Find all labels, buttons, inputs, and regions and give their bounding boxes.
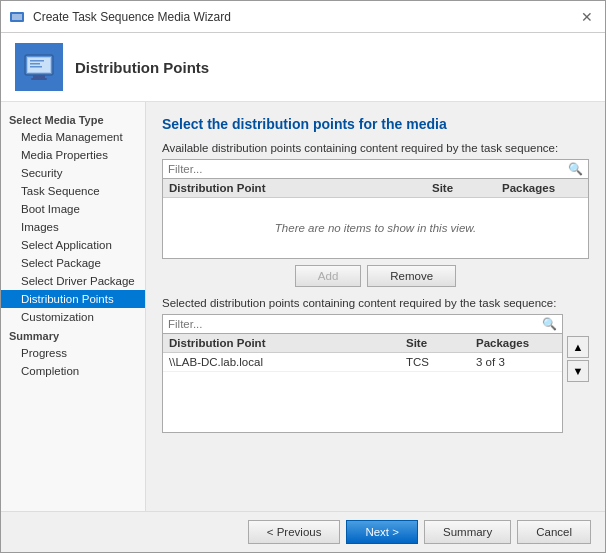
computer-icon [21, 49, 57, 85]
lower-filter-input[interactable] [168, 318, 542, 330]
upper-th-dp: Distribution Point [169, 182, 432, 194]
upper-filter-input[interactable] [168, 163, 568, 175]
summary-button[interactable]: Summary [424, 520, 511, 544]
lower-table-empty-space [163, 372, 562, 432]
sidebar: Select Media Type Media Management Media… [1, 102, 146, 511]
lower-section: 🔍 Distribution Point Site Packages \\LAB… [162, 314, 589, 439]
lower-th-site: Site [406, 337, 476, 349]
sidebar-item-media-management[interactable]: Media Management [1, 128, 145, 146]
previous-button[interactable]: < Previous [248, 520, 341, 544]
footer-bar: < Previous Next > Summary Cancel [1, 511, 605, 552]
move-up-button[interactable]: ▲ [567, 336, 589, 358]
title-bar-left: Create Task Sequence Media Wizard [9, 9, 231, 25]
header-title: Distribution Points [75, 59, 209, 76]
svg-rect-7 [30, 60, 44, 62]
svg-rect-4 [33, 75, 45, 78]
title-bar: Create Task Sequence Media Wizard ✕ [1, 1, 605, 33]
table-row[interactable]: \\LAB-DC.lab.local TCS 3 of 3 [163, 353, 562, 372]
add-button[interactable]: Add [295, 265, 361, 287]
move-down-button[interactable]: ▼ [567, 360, 589, 382]
upper-empty-message: There are no items to show in this view. [275, 222, 476, 234]
sidebar-item-distribution-points[interactable]: Distribution Points [1, 290, 145, 308]
upper-table-header: Distribution Point Site Packages [163, 179, 588, 198]
sidebar-item-progress[interactable]: Progress [1, 344, 145, 362]
add-remove-buttons: Add Remove [162, 265, 589, 287]
lower-th-packages: Packages [476, 337, 556, 349]
header-icon [15, 43, 63, 91]
sidebar-item-images[interactable]: Images [1, 218, 145, 236]
next-button[interactable]: Next > [346, 520, 418, 544]
sidebar-section-media-type: Select Media Type [1, 110, 145, 128]
sidebar-item-completion[interactable]: Completion [1, 362, 145, 380]
upper-th-packages: Packages [502, 182, 582, 194]
upper-th-site: Site [432, 182, 502, 194]
window-icon [9, 9, 25, 25]
lower-filter-bar: 🔍 [162, 314, 563, 334]
lower-table-header: Distribution Point Site Packages [163, 334, 562, 353]
cancel-button[interactable]: Cancel [517, 520, 591, 544]
window-title: Create Task Sequence Media Wizard [33, 10, 231, 24]
upper-table-body: There are no items to show in this view. [163, 198, 588, 258]
upper-section-label: Available distribution points containing… [162, 142, 589, 154]
sidebar-item-boot-image[interactable]: Boot Image [1, 200, 145, 218]
sidebar-item-select-application[interactable]: Select Application [1, 236, 145, 254]
svg-rect-1 [12, 14, 22, 20]
up-arrow-icon: ▲ [573, 341, 584, 353]
svg-rect-9 [30, 66, 42, 68]
remove-button[interactable]: Remove [367, 265, 456, 287]
row-dp: \\LAB-DC.lab.local [169, 356, 406, 368]
main-content-panel: Select the distribution points for the m… [146, 102, 605, 511]
svg-rect-8 [30, 63, 40, 65]
upper-search-icon: 🔍 [568, 162, 583, 176]
lower-section-label: Selected distribution points containing … [162, 297, 589, 309]
side-controls: ▲ ▼ [567, 336, 589, 439]
sidebar-item-select-driver-package[interactable]: Select Driver Package [1, 272, 145, 290]
row-packages: 3 of 3 [476, 356, 556, 368]
svg-rect-5 [31, 78, 47, 80]
row-site: TCS [406, 356, 476, 368]
sidebar-item-media-properties[interactable]: Media Properties [1, 146, 145, 164]
content-area: Select Media Type Media Management Media… [1, 102, 605, 511]
sidebar-item-customization[interactable]: Customization [1, 308, 145, 326]
lower-table: Distribution Point Site Packages \\LAB-D… [162, 334, 563, 433]
sidebar-item-security[interactable]: Security [1, 164, 145, 182]
lower-table-wrap: 🔍 Distribution Point Site Packages \\LAB… [162, 314, 563, 439]
upper-filter-bar: 🔍 [162, 159, 589, 179]
sidebar-section-summary: Summary [1, 326, 145, 344]
down-arrow-icon: ▼ [573, 365, 584, 377]
wizard-window: Create Task Sequence Media Wizard ✕ Dist… [0, 0, 606, 553]
lower-th-dp: Distribution Point [169, 337, 406, 349]
sidebar-item-select-package[interactable]: Select Package [1, 254, 145, 272]
header-bar: Distribution Points [1, 33, 605, 102]
main-title: Select the distribution points for the m… [162, 116, 589, 132]
lower-search-icon: 🔍 [542, 317, 557, 331]
upper-table: Distribution Point Site Packages There a… [162, 179, 589, 259]
sidebar-item-task-sequence[interactable]: Task Sequence [1, 182, 145, 200]
close-button[interactable]: ✕ [577, 7, 597, 27]
